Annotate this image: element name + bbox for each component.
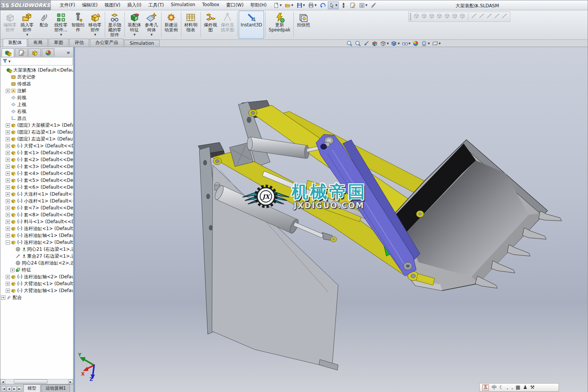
ime-tools[interactable]: ⚒	[530, 384, 535, 391]
study-nav-button[interactable]: |◀	[1, 386, 6, 392]
tree-row[interactable]: +(-) 套<2> (Default<<Defa	[0, 156, 73, 163]
print-button[interactable]: ▼	[307, 2, 318, 9]
ime-wubi[interactable]: 五	[482, 384, 489, 390]
zoom-area-button[interactable]	[354, 40, 362, 47]
tree-row[interactable]: 同心21 (右边梁<1>,连	[0, 246, 73, 253]
scroll-left-arrow[interactable]: ◀	[0, 379, 5, 384]
update-link-button[interactable]	[486, 13, 492, 21]
ime-soft-keyboard[interactable]: ▦	[516, 384, 520, 391]
tree-expander[interactable]: +	[6, 89, 10, 93]
tree-expander[interactable]: +	[6, 151, 10, 155]
open-folder-button[interactable]: ▼	[283, 2, 294, 9]
panel-tab-display-manager[interactable]	[42, 48, 54, 57]
tree-expander[interactable]: +	[6, 165, 10, 169]
tree-row[interactable]: +(-) 连杆油缸<1> (Default<	[0, 225, 73, 232]
ime-user[interactable]: ♟	[523, 384, 528, 391]
tree-row[interactable]: +(固定) 大架横梁<1> (Defau	[0, 122, 73, 129]
view-front-button[interactable]	[413, 13, 420, 21]
loader-assembly-model[interactable]: Y X Z	[75, 47, 588, 392]
scrollbar-thumb[interactable]	[14, 379, 47, 384]
tree-row[interactable]: +配合	[0, 294, 73, 301]
ime-halfwidth-moon[interactable]: ☾	[499, 384, 504, 391]
window-tile-button[interactable]	[501, 13, 508, 21]
tree-expander[interactable]: +	[6, 123, 10, 127]
tree-expander[interactable]: +	[6, 206, 10, 210]
study-nav-button[interactable]: ▶|	[17, 386, 22, 392]
tree-row[interactable]: 传感器	[0, 80, 73, 87]
tab-布局[interactable]: 布局	[28, 39, 48, 47]
tree-row[interactable]: +(-) 大臂<1> (Default<<De	[0, 142, 73, 149]
tab-运动算例1[interactable]: 运动算例1	[41, 384, 70, 392]
tree-expander[interactable]: +	[6, 178, 10, 183]
view-top-button[interactable]	[444, 13, 450, 21]
tree-expander[interactable]: +	[6, 289, 10, 293]
window-cascade-button[interactable]	[494, 13, 500, 21]
tree-row[interactable]: +(-) 大连杆<1> (Default<<[	[0, 191, 73, 198]
ribbon-reference-geometry-button[interactable]: 参考几何体▼	[143, 11, 160, 39]
ribbon-bom-button[interactable]: 材料明细表	[182, 11, 200, 39]
panel-overflow-chevron[interactable]: »	[67, 49, 72, 57]
ribbon-show-hidden-button[interactable]: 显示隐藏的零部件	[106, 11, 124, 39]
tab-Simulation[interactable]: Simulation	[124, 40, 160, 47]
panel-tab-feature-manager[interactable]	[2, 48, 14, 57]
ribbon-speedpak-button[interactable]: 更新Speedpak	[267, 11, 292, 39]
tree-row[interactable]: +(固定) 右边梁<1> (Default	[0, 129, 73, 136]
tree-row[interactable]: +(-) 套<5> (Default<<Defa	[0, 177, 73, 184]
tree-expander[interactable]: +	[6, 144, 10, 148]
tree-row[interactable]: +(-) 套<4> (Default<<Defa	[0, 170, 73, 177]
tree-row[interactable]: 重合27 (右边梁<1>,连	[0, 253, 73, 260]
tree-row[interactable]: 原点	[0, 115, 73, 122]
undo-button[interactable]	[319, 2, 327, 9]
menu-帮助[interactable]: 帮助(H)	[247, 0, 270, 10]
tree-row[interactable]: +(-) 套<8> (Default<<Defa	[0, 211, 73, 218]
ime-punctuation[interactable]: 。,	[507, 384, 513, 391]
filter-funnel-icon[interactable]	[2, 58, 8, 65]
tree-horizontal-scrollbar[interactable]: ◀ ▶	[0, 379, 73, 384]
panel-tab-property-manager[interactable]	[15, 48, 28, 57]
menu-Toolbox[interactable]: Toolbox	[199, 0, 223, 10]
zoom-fit-button[interactable]	[346, 40, 353, 47]
menu-编辑[interactable]: 编辑(E)	[78, 0, 101, 10]
previous-view-button[interactable]	[363, 40, 370, 47]
tree-expander[interactable]: +	[1, 296, 5, 300]
menu-工具[interactable]: 工具(T)	[145, 0, 168, 10]
tree-row[interactable]: +(-) 套<1> (Default<<Defa	[0, 149, 73, 156]
tree-row[interactable]: +(-) 小连杆<1> (Default<<[	[0, 198, 73, 204]
ribbon-linear-pattern-button[interactable]: 线性零部件...▼	[52, 11, 70, 39]
tree-expander[interactable]: −	[6, 240, 10, 245]
add-sketch-button[interactable]	[478, 13, 485, 21]
tree-row[interactable]: +(-) 套<6> (Default<<Defa	[0, 184, 73, 191]
apply-scene-button[interactable]: ▼	[420, 40, 430, 47]
tree-expander[interactable]: +	[10, 268, 15, 272]
tree-row[interactable]: +A注解	[0, 87, 73, 94]
new-doc-button[interactable]: ▼	[272, 2, 283, 9]
view-back-button[interactable]	[421, 13, 427, 21]
view-left-button[interactable]	[428, 13, 435, 21]
tree-row[interactable]: −(-) 连杆油缸<2> (Default<	[0, 239, 73, 246]
tree-row[interactable]: +特征	[0, 266, 73, 273]
traffic-lights-button[interactable]	[339, 2, 348, 9]
tree-expander[interactable]: +	[6, 172, 10, 176]
study-nav-button[interactable]: ◀	[7, 386, 11, 392]
tree-expander[interactable]: +	[6, 158, 10, 162]
edit-appearance-button[interactable]	[412, 40, 419, 47]
ribbon-smart-fasteners-button[interactable]: 智能扣件	[70, 11, 87, 39]
tree-row[interactable]: 上视	[0, 101, 73, 108]
toolbar-grip[interactable]	[410, 13, 411, 20]
tree-expander[interactable]: +	[6, 185, 10, 189]
filter-dropdown-caret[interactable]: ▼	[8, 60, 10, 63]
save-button[interactable]: ▼	[295, 2, 306, 9]
graphics-viewport[interactable]: Y X Z	[75, 47, 588, 392]
tree-row[interactable]: +(-) 连杆油缸轴<2> (Default	[0, 273, 73, 280]
edit-sketch-button[interactable]	[471, 13, 477, 21]
properties-button[interactable]	[349, 2, 357, 9]
tab-办公室产品[interactable]: 办公室产品	[90, 39, 124, 47]
view-isometric-button[interactable]	[459, 13, 466, 21]
tree-expander[interactable]: +	[6, 130, 10, 134]
tree-expander[interactable]: +	[6, 192, 10, 196]
tree-expander[interactable]: +	[6, 282, 10, 286]
menu-Simulation[interactable]: Simulation	[167, 0, 199, 10]
tab-模型[interactable]: 模型	[23, 384, 41, 392]
tree-row[interactable]: +(-) 套<3> (Default<<Defa	[0, 163, 73, 170]
tree-expander[interactable]: +	[6, 213, 10, 217]
